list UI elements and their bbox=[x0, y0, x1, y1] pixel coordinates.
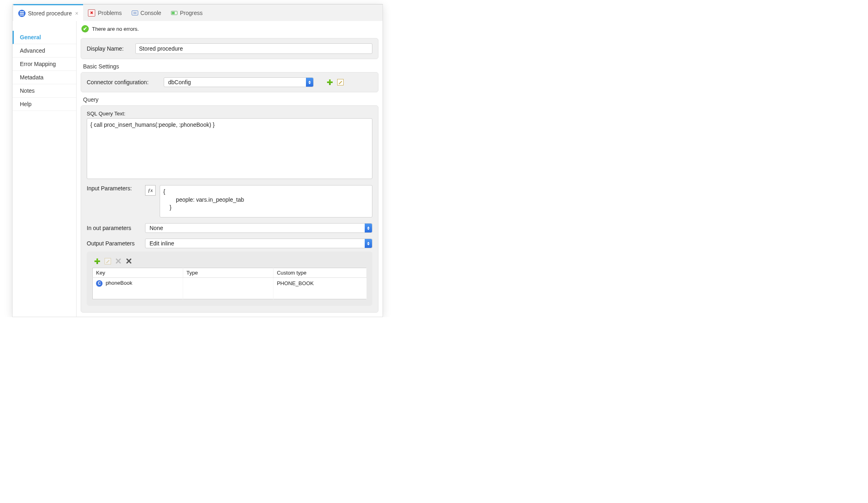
status-row: ✔ There are no errors. bbox=[77, 21, 383, 36]
fx-button[interactable]: ƒx bbox=[145, 185, 156, 196]
input-params-text[interactable]: { people: vars.in_people_tab } bbox=[160, 185, 372, 217]
dropdown-icon bbox=[306, 78, 313, 87]
tab-label: Stored procedure bbox=[28, 10, 72, 17]
ok-icon: ✔ bbox=[81, 25, 89, 32]
dropdown-icon bbox=[365, 224, 372, 232]
inout-params-value: None bbox=[150, 225, 163, 231]
output-params-table: Key Type Custom type C phoneBook bbox=[92, 268, 367, 299]
col-key: Key bbox=[93, 268, 183, 278]
connector-config-select[interactable]: dbConfig bbox=[164, 77, 314, 87]
display-name-input[interactable] bbox=[135, 43, 372, 54]
sidebar-item-general[interactable]: General bbox=[13, 31, 76, 44]
display-name-label: Display Name: bbox=[87, 45, 131, 52]
sidebar-item-metadata[interactable]: Metadata bbox=[13, 71, 76, 84]
add-row-button[interactable] bbox=[94, 258, 100, 264]
basic-settings-title: Basic Settings bbox=[83, 63, 383, 70]
inout-params-select[interactable]: None bbox=[145, 223, 372, 233]
console-icon bbox=[132, 11, 138, 15]
tab-progress[interactable]: Progress bbox=[166, 4, 207, 21]
tab-problems[interactable]: ✖ Problems bbox=[83, 4, 126, 21]
editor-window: Stored procedure × ✖ Problems Console Pr… bbox=[12, 4, 383, 317]
inout-params-label: In out parameters bbox=[87, 225, 141, 231]
query-title: Query bbox=[83, 96, 383, 103]
param-icon: C bbox=[96, 280, 103, 287]
sidebar-item-help[interactable]: Help bbox=[13, 98, 76, 111]
delete-row-button[interactable] bbox=[115, 258, 122, 264]
stored-procedure-icon bbox=[18, 10, 26, 17]
tab-bar: Stored procedure × ✖ Problems Console Pr… bbox=[13, 4, 383, 21]
tab-console[interactable]: Console bbox=[127, 4, 166, 21]
connector-config-label: Connector configuration: bbox=[87, 79, 160, 85]
cell-type bbox=[183, 278, 274, 289]
sidebar-item-error-mapping[interactable]: Error Mapping bbox=[13, 58, 76, 71]
basic-settings-section: Connector configuration: dbConfig bbox=[81, 72, 378, 92]
tab-label: Console bbox=[141, 10, 161, 16]
dropdown-icon bbox=[365, 239, 372, 248]
clear-all-button[interactable] bbox=[126, 258, 132, 264]
content-pane: ✔ There are no errors. Display Name: Bas… bbox=[77, 21, 383, 317]
progress-icon bbox=[171, 11, 177, 15]
output-params-select[interactable]: Edit inline bbox=[145, 239, 372, 248]
cell-custom: PHONE_BOOK bbox=[274, 278, 367, 289]
tab-stored-procedure[interactable]: Stored procedure × bbox=[13, 4, 83, 21]
tab-label: Progress bbox=[180, 10, 203, 16]
connector-config-value: dbConfig bbox=[168, 79, 191, 85]
display-name-section: Display Name: bbox=[81, 38, 378, 59]
tab-label: Problems bbox=[98, 10, 122, 16]
output-params-value: Edit inline bbox=[150, 240, 174, 247]
cell-key: phoneBook bbox=[106, 280, 133, 286]
edit-row-button[interactable] bbox=[105, 258, 111, 264]
edit-config-button[interactable] bbox=[337, 79, 344, 85]
query-section: SQL Query Text: { call proc_insert_human… bbox=[81, 105, 378, 313]
output-params-label: Output Parameters bbox=[87, 240, 141, 247]
sidebar-item-advanced[interactable]: Advanced bbox=[13, 44, 76, 58]
col-type: Type bbox=[183, 268, 274, 278]
sql-query-label: SQL Query Text: bbox=[87, 111, 372, 117]
problems-icon: ✖ bbox=[88, 9, 95, 17]
table-row[interactable]: C phoneBook PHONE_BOOK bbox=[93, 278, 367, 289]
add-config-button[interactable] bbox=[327, 79, 333, 85]
sql-query-text[interactable]: { call proc_insert_humans(:people, :phon… bbox=[87, 118, 372, 179]
sidebar-item-notes[interactable]: Notes bbox=[13, 84, 76, 98]
close-icon[interactable]: × bbox=[75, 10, 78, 17]
col-custom-type: Custom type bbox=[274, 268, 367, 278]
sidebar: General Advanced Error Mapping Metadata … bbox=[13, 21, 77, 317]
output-params-table-section: Key Type Custom type C phoneBook bbox=[87, 252, 372, 306]
status-text: There are no errors. bbox=[92, 26, 139, 32]
input-params-label: Input Parameters: bbox=[87, 185, 141, 192]
